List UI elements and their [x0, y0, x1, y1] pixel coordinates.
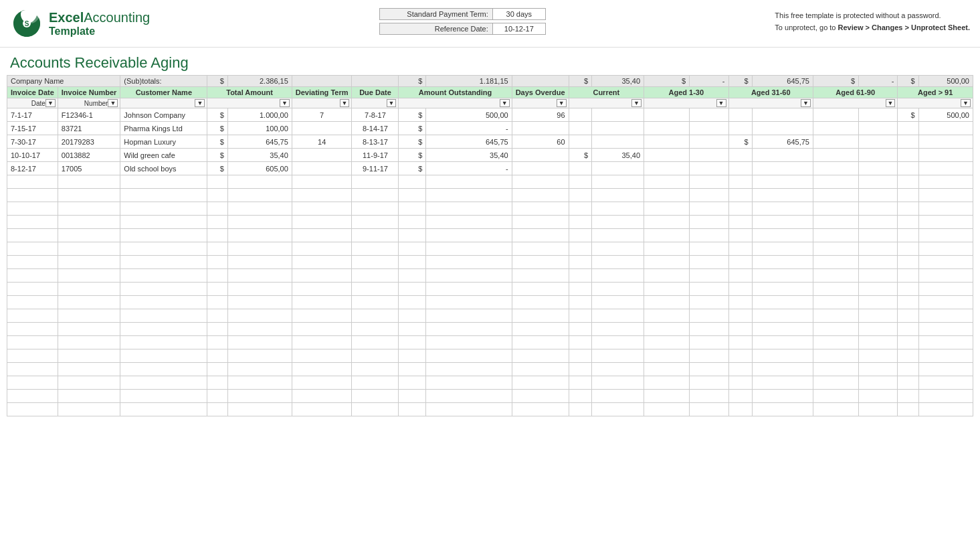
cell-days-overdue: [512, 149, 569, 162]
empty-row: [7, 403, 973, 416]
subtotals-company-label: Company Name: [7, 76, 120, 87]
col-header-days-overdue: Days Overdue: [512, 87, 569, 98]
filter-aged91[interactable]: ▼: [898, 98, 973, 108]
filter-inv-num[interactable]: Number ▼: [58, 98, 120, 108]
col-header-aged-3160: Aged 31-60: [728, 87, 813, 98]
cell-amt-dollar: $: [399, 135, 426, 149]
col-header-aged-91: Aged > 91: [898, 87, 973, 98]
subtotals-dollar: $: [207, 76, 228, 87]
subtotals-amt-value: 1.181,15: [426, 76, 512, 87]
filter-num-dropdown[interactable]: ▼: [108, 99, 118, 107]
cell-inv-num: 17005: [58, 162, 120, 175]
cell-due-date: 8-13-17: [352, 135, 399, 149]
cell-due-date: 9-11-17: [352, 162, 399, 175]
empty-row: [7, 175, 973, 189]
payment-term-row: Standard Payment Term: 30 days: [379, 8, 546, 20]
empty-row: [7, 349, 973, 363]
filter-cust[interactable]: ▼: [120, 98, 207, 108]
cell-amt-outstanding: -: [426, 122, 512, 135]
filter-aged3160-dropdown[interactable]: ▼: [801, 99, 811, 107]
cell-cust-name: Pharma Kings Ltd: [120, 122, 207, 135]
empty-row: [7, 242, 973, 256]
cell-dollar: $: [207, 162, 228, 175]
filter-aged6190-dropdown[interactable]: ▼: [886, 99, 896, 107]
cell-inv-num: 83721: [58, 122, 120, 135]
filter-dev[interactable]: ▼: [292, 98, 352, 108]
svg-text:S: S: [25, 20, 29, 27]
subtotals-aged6190-dollar: $: [813, 76, 858, 87]
filter-days-dropdown[interactable]: ▼: [557, 99, 567, 107]
filter-total-dropdown[interactable]: ▼: [280, 99, 290, 107]
cell-total-amount: 645,75: [227, 135, 292, 149]
filter-date-dropdown[interactable]: ▼: [45, 99, 56, 107]
payment-term-value: 30 days: [492, 8, 546, 20]
cell-deviating: 14: [292, 135, 352, 149]
filter-aged3160[interactable]: ▼: [728, 98, 813, 108]
cell-deviating: [292, 149, 352, 162]
cell-inv-date: 7-15-17: [7, 122, 58, 135]
filter-aged6190[interactable]: ▼: [813, 98, 897, 108]
col-header-aged-130: Aged 1-30: [644, 87, 728, 98]
filter-inv-date[interactable]: Date ▼: [7, 98, 58, 108]
col-header-aged-6190: Aged 61-90: [813, 87, 897, 98]
subtotals-aged3160-value: 645,75: [752, 76, 813, 87]
empty-row: [7, 390, 973, 403]
cell-aged3160-dollar: $: [728, 135, 752, 149]
filter-total[interactable]: ▼: [207, 98, 292, 108]
cell-cust-name: Old school boys: [120, 162, 207, 175]
protection-notice: This free template is protected without …: [775, 10, 970, 33]
header: S Excel Accounting Template Standard Pay…: [0, 0, 980, 48]
table-row: 7-30-17 20179283 Hopman Luxury $ 645,75 …: [7, 135, 973, 149]
cell-amt-dollar: $: [399, 149, 426, 162]
cell-total-amount: 1.000,00: [227, 108, 292, 122]
cell-due-date: 8-14-17: [352, 122, 399, 135]
notice-bold: Review > Changes > Unprotect Sheet.: [838, 23, 970, 31]
filter-due-dropdown[interactable]: ▼: [387, 99, 397, 107]
cell-aged91-dollar: $: [898, 108, 918, 122]
cell-days-overdue: 96: [512, 108, 569, 122]
cell-amt-dollar: $: [399, 162, 426, 175]
notice-line2: To unprotect, go to Review > Changes > U…: [775, 22, 970, 34]
subtotals-aged130-dollar: $: [644, 76, 690, 87]
logo-brand: Excel Accounting: [49, 10, 150, 25]
cell-amt-outstanding: -: [426, 162, 512, 175]
subtotals-aged91-dollar: $: [898, 76, 918, 87]
col-header-amt-outstanding: Amount Outstanding: [399, 87, 512, 98]
cell-inv-num: F12346-1: [58, 108, 120, 122]
empty-row: [7, 296, 973, 309]
cell-days-overdue: [512, 122, 569, 135]
filter-dev-dropdown[interactable]: ▼: [340, 99, 350, 107]
cell-current-val: 35,40: [592, 149, 644, 162]
filter-due[interactable]: ▼: [352, 98, 399, 108]
cell-inv-date: 7-1-17: [7, 108, 58, 122]
table-container: Company Name (Sub)totals: $ 2.386,15 $ 1…: [0, 75, 980, 416]
cell-inv-date: 8-12-17: [7, 162, 58, 175]
subtotals-current-value: 35,40: [592, 76, 644, 87]
filter-row[interactable]: Date ▼ Number ▼ ▼ ▼ ▼ ▼ ▼ ▼: [7, 98, 973, 108]
empty-row: [7, 363, 973, 376]
empty-row: [7, 376, 973, 390]
filter-current[interactable]: ▼: [569, 98, 644, 108]
filter-aged91-dropdown[interactable]: ▼: [961, 99, 971, 107]
cell-amt-dollar: $: [399, 108, 426, 122]
cell-amt-outstanding: 645,75: [426, 135, 512, 149]
subtotals-aged130-value: -: [690, 76, 728, 87]
reference-date-row: Reference Date: 10-12-17: [379, 23, 546, 35]
filter-amt[interactable]: ▼: [399, 98, 512, 108]
subtotals-total-amount: 2.386,15: [227, 76, 292, 87]
cell-inv-num: 0013882: [58, 149, 120, 162]
center-payment-info: Standard Payment Term: 30 days Reference…: [379, 7, 546, 36]
filter-cust-dropdown[interactable]: ▼: [195, 99, 205, 107]
filter-aged130-dropdown[interactable]: ▼: [716, 99, 726, 107]
filter-amt-dropdown[interactable]: ▼: [500, 99, 510, 107]
col-header-cust-name: Customer Name: [120, 87, 207, 98]
cell-deviating: [292, 122, 352, 135]
filter-current-dropdown[interactable]: ▼: [631, 99, 642, 107]
cell-amt-outstanding: 35,40: [426, 149, 512, 162]
filter-aged130[interactable]: ▼: [644, 98, 728, 108]
col-header-due-date: Due Date: [352, 87, 399, 98]
cell-deviating: [292, 162, 352, 175]
col-header-current: Current: [569, 87, 644, 98]
filter-days[interactable]: ▼: [512, 98, 569, 108]
cell-inv-num: 20179283: [58, 135, 120, 149]
